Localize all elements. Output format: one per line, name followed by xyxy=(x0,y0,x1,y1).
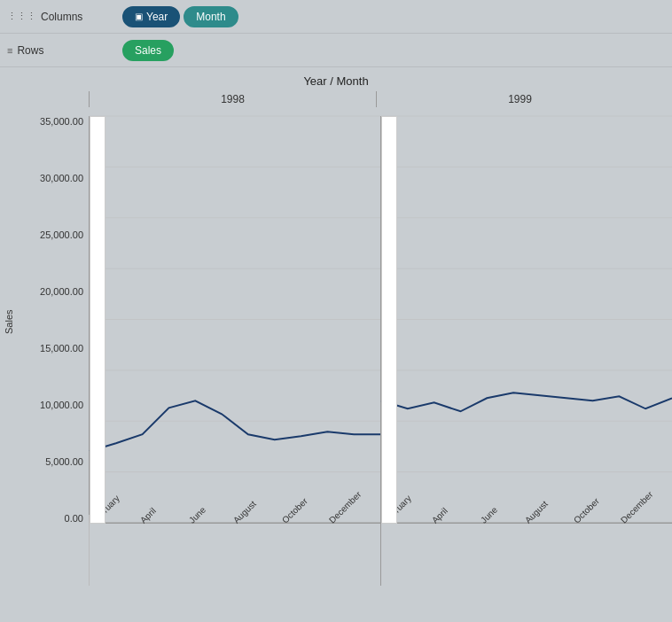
sales-pill[interactable]: Sales xyxy=(122,40,174,61)
y-tick-25000: 25,000.00 xyxy=(40,229,83,240)
y-tick-5000: 5,000.00 xyxy=(45,456,83,467)
plot-1998 xyxy=(90,116,380,524)
year-pill[interactable]: ▣ Year xyxy=(122,6,180,27)
rows-row: ≡ Rows Sales xyxy=(0,34,672,67)
y-tick-15000: 15,000.00 xyxy=(40,343,83,354)
chart-area: Year / Month Sales 1998 1999 35,000.00 3… xyxy=(0,67,672,586)
rows-text: Rows xyxy=(17,44,43,57)
toolbar: ⋮⋮⋮ Columns ▣ Year Month ≡ Rows Sales xyxy=(0,0,672,67)
x-labels-1998: February April June August October Decem… xyxy=(89,515,380,586)
plot-1999 xyxy=(380,116,672,524)
month-pill[interactable]: Month xyxy=(184,6,238,27)
y-tick-30000: 30,000.00 xyxy=(40,173,83,183)
year-1999: 1999 xyxy=(376,91,663,107)
feb-highlight-1998 xyxy=(90,116,105,524)
chart-title: Year / Month xyxy=(303,74,368,88)
columns-row: ⋮⋮⋮ Columns ▣ Year Month xyxy=(0,0,672,34)
year-pill-icon: ▣ xyxy=(135,12,143,21)
y-tick-10000: 10,000.00 xyxy=(40,400,83,410)
year-1998: 1998 xyxy=(89,91,376,107)
rows-drag-icon: ≡ xyxy=(7,45,12,56)
x-axis-area: February April June August October Decem… xyxy=(89,515,672,586)
y-tick-0: 0.00 xyxy=(65,513,83,524)
columns-text: Columns xyxy=(41,11,82,23)
plots-area xyxy=(89,116,672,524)
rows-label: ≡ Rows xyxy=(7,44,122,57)
x-labels-1999: February April June August October Decem… xyxy=(380,515,672,586)
columns-drag-icon: ⋮⋮⋮ xyxy=(7,11,36,22)
columns-label: ⋮⋮⋮ Columns xyxy=(7,11,122,23)
year-headers: 1998 1999 xyxy=(89,91,663,107)
y-axis: 35,000.00 30,000.00 25,000.00 20,000.00 … xyxy=(18,116,89,524)
chart-svg-1999 xyxy=(381,116,672,523)
chart-svg-1998 xyxy=(90,116,380,523)
feb-highlight-1999 xyxy=(381,116,397,524)
y-axis-label: Sales xyxy=(0,109,18,534)
y-tick-20000: 20,000.00 xyxy=(40,286,83,297)
y-tick-35000: 35,000.00 xyxy=(40,116,83,127)
